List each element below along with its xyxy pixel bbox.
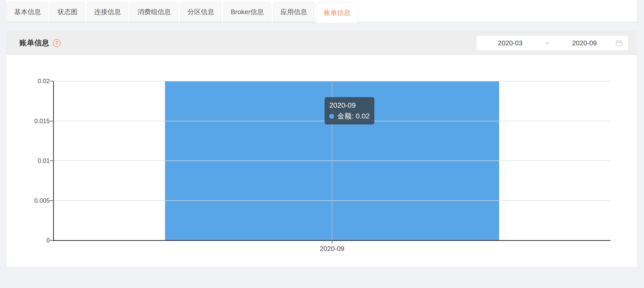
bar-chart: 0.020.0150.010.0050 2020-09 2020-09 金额: … <box>6 55 637 267</box>
calendar-icon[interactable] <box>615 39 623 47</box>
tooltip-series-value: 金额: 0.02 <box>337 112 370 121</box>
tab-app-info[interactable]: 应用信息 <box>273 2 315 22</box>
range-separator: ~ <box>538 39 556 47</box>
month-range-picker[interactable]: 2020-03 ~ 2020-09 <box>476 35 629 51</box>
tab-status-chart[interactable]: 状态图 <box>50 2 85 22</box>
y-axis-label: 0.005 <box>6 197 50 205</box>
question-circle-icon[interactable]: ? <box>53 39 61 47</box>
y-axis-tick <box>50 160 53 161</box>
tab-connection-info[interactable]: 连接信息 <box>87 2 128 22</box>
tab-broker-info[interactable]: Broker信息 <box>224 2 271 22</box>
billing-panel: 账单信息 ? 2020-03 ~ 2020-09 0.020.0150.010.… <box>6 31 637 267</box>
range-end-input[interactable]: 2020-09 <box>556 39 613 47</box>
tooltip-series-row: 金额: 0.02 <box>329 112 370 121</box>
tab-list: 基本信息 状态图 连接信息 消费组信息 分区信息 Broker信息 应用信息 账… <box>6 0 637 22</box>
y-axis-label: 0.01 <box>6 157 50 165</box>
y-axis-tick <box>50 121 53 121</box>
y-axis-label: 0.015 <box>6 117 50 125</box>
y-axis-label: 0 <box>6 236 50 244</box>
x-axis-label: 2020-09 <box>293 245 371 253</box>
y-axis-tick <box>50 81 53 81</box>
tab-consumer-group-info[interactable]: 消费组信息 <box>130 2 178 22</box>
page: { "tabs": { "items": [ { "label": "基本信息"… <box>0 0 644 288</box>
tab-bar: 基本信息 状态图 连接信息 消费组信息 分区信息 Broker信息 应用信息 账… <box>6 0 637 22</box>
tab-basic-info[interactable]: 基本信息 <box>7 2 48 22</box>
series-dot-icon <box>329 114 334 119</box>
y-axis-line <box>53 81 54 241</box>
y-axis-tick <box>50 240 53 241</box>
x-axis-tick <box>332 240 332 243</box>
tab-partition-info[interactable]: 分区信息 <box>180 2 221 22</box>
tab-billing-info[interactable]: 账单信息 <box>317 3 358 23</box>
y-axis-tick <box>50 200 53 201</box>
tooltip-title: 2020-09 <box>329 101 370 110</box>
y-axis-label: 0.02 <box>6 77 50 85</box>
billing-panel-header: 账单信息 ? 2020-03 ~ 2020-09 <box>6 31 637 55</box>
chart-tooltip: 2020-09 金额: 0.02 <box>325 97 374 124</box>
range-start-input[interactable]: 2020-03 <box>482 39 538 47</box>
page-title: 账单信息 <box>19 38 49 48</box>
